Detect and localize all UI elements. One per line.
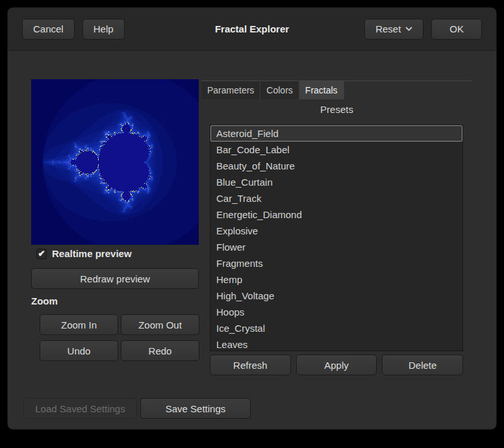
- preset-item[interactable]: Leaves: [210, 336, 462, 351]
- chevron-down-icon: [405, 27, 412, 31]
- preset-item[interactable]: Blue_Curtain: [210, 174, 462, 190]
- preset-item[interactable]: Bar_Code_Label: [210, 142, 462, 158]
- preset-item[interactable]: Ice_Crystal: [210, 320, 462, 336]
- redo-button[interactable]: Redo: [121, 340, 199, 361]
- preset-item[interactable]: Hemp: [210, 271, 462, 288]
- reset-button-label: Reset: [375, 23, 401, 34]
- dialog-header: Fractal Explorer Cancel Help Reset OK: [8, 8, 496, 51]
- tab-fractals[interactable]: Fractals: [299, 81, 344, 99]
- zoom-out-button[interactable]: Zoom Out: [121, 314, 199, 335]
- ok-button[interactable]: OK: [431, 19, 482, 40]
- refresh-button[interactable]: Refresh: [210, 355, 291, 375]
- preset-item[interactable]: Fragments: [210, 255, 462, 271]
- presets-section-label: Presets: [201, 104, 472, 115]
- zoom-in-button[interactable]: Zoom In: [40, 314, 118, 335]
- cancel-button[interactable]: Cancel: [22, 19, 75, 40]
- preset-item[interactable]: Hoops: [210, 304, 462, 320]
- redraw-preview-button[interactable]: Redraw preview: [31, 268, 199, 289]
- preset-item[interactable]: High_Voltage: [210, 288, 462, 304]
- preset-item[interactable]: Explosive: [210, 223, 462, 239]
- realtime-preview-checkbox[interactable]: ✔: [36, 249, 47, 259]
- zoom-section-label: Zoom: [31, 295, 58, 306]
- fractal-explorer-dialog: Fractal Explorer Cancel Help Reset OK ✔ …: [8, 8, 496, 429]
- realtime-preview-label: Realtime preview: [52, 248, 132, 259]
- preset-item[interactable]: Asteroid_Field: [210, 125, 462, 142]
- preset-actions: Refresh Apply Delete: [210, 355, 463, 375]
- preset-item[interactable]: Car_Track: [210, 190, 462, 206]
- tab-colors[interactable]: Colors: [260, 81, 299, 99]
- delete-button[interactable]: Delete: [382, 355, 463, 375]
- realtime-preview-toggle[interactable]: ✔ Realtime preview: [36, 248, 132, 259]
- reset-button[interactable]: Reset: [364, 19, 423, 40]
- apply-button[interactable]: Apply: [296, 355, 377, 375]
- help-button[interactable]: Help: [82, 19, 125, 40]
- save-settings-button[interactable]: Save Settings: [140, 398, 251, 419]
- tab-bar: ParametersColorsFractals: [201, 81, 472, 99]
- zoom-buttons: Zoom In Zoom Out Undo Redo: [40, 314, 199, 361]
- preset-item[interactable]: Beauty_of_Nature: [210, 158, 462, 174]
- preset-item[interactable]: Flower: [210, 239, 462, 255]
- fractal-preview-canvas[interactable]: [31, 79, 199, 245]
- undo-button[interactable]: Undo: [40, 340, 118, 361]
- load-saved-settings-button[interactable]: Load Saved Settings: [23, 398, 137, 419]
- tab-parameters[interactable]: Parameters: [201, 81, 260, 99]
- presets-list[interactable]: Asteroid_FieldBar_Code_LabelBeauty_of_Na…: [210, 125, 463, 351]
- preset-item[interactable]: Energetic_Diamond: [210, 206, 462, 223]
- checkmark-icon: ✔: [38, 249, 45, 258]
